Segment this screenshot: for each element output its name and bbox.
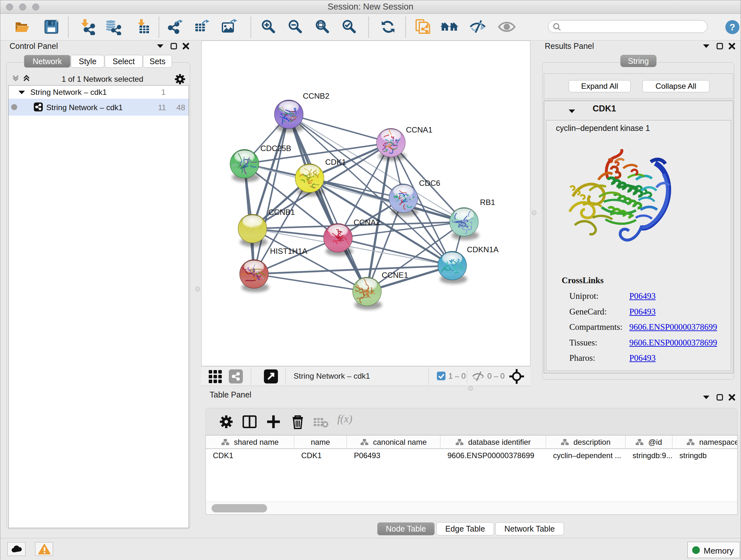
svg-text:CCNE1: CCNE1 [382,271,408,279]
svg-text:CCNB2: CCNB2 [303,91,329,100]
svg-text:CDC6: CDC6 [419,179,441,187]
svg-text:CCNA2: CCNA2 [354,218,380,227]
svg-text:CCNB1: CCNB1 [268,208,295,216]
svg-text:CDC25B: CDC25B [260,144,291,152]
svg-text:RB1: RB1 [480,198,495,206]
svg-text:CDK1: CDK1 [325,158,346,166]
svg-text:CDKN1A: CDKN1A [467,245,499,254]
svg-text:HIST1H1A: HIST1H1A [270,247,308,255]
svg-text:CCNA1: CCNA1 [406,125,432,134]
svg-text:?: ? [730,22,735,32]
